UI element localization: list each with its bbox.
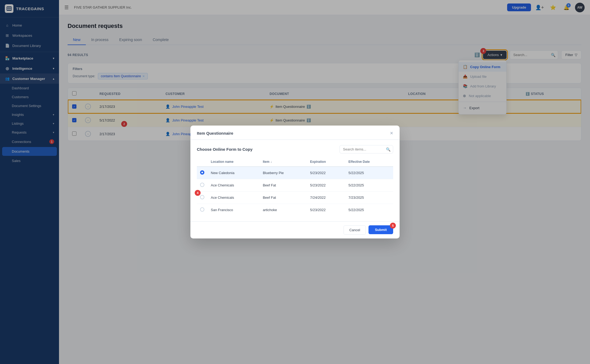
modal-row3-item: Beef Fat <box>260 192 307 204</box>
modal-search: 🔍 <box>340 145 393 153</box>
modal-row4-effective-date: 5/22/2025 <box>345 204 393 216</box>
modal-body: Choose Online Form to Copy 🔍 Location na… <box>190 140 400 221</box>
modal-col-expiration: Expiration <box>307 157 345 167</box>
modal-search-input[interactable] <box>340 145 393 153</box>
modal-close-button[interactable]: × <box>390 130 393 136</box>
modal-overlay: Item Questionnaire × Choose Online Form … <box>0 0 590 364</box>
modal-row4-item: artichoke <box>260 204 307 216</box>
modal-row2-item: Beef Fat <box>260 179 307 192</box>
modal-footer: Cancel Submit 5 <box>190 221 400 238</box>
submit-button[interactable]: Submit <box>368 225 393 234</box>
modal-row3-radio[interactable] <box>200 195 204 199</box>
modal-table-row: Ace Chemicals Beef Fat 5/23/2022 5/22/20… <box>197 179 393 192</box>
modal-table-header: Location name Item ↓ Expiration Effectiv… <box>197 157 393 167</box>
step5-indicator: 5 <box>390 223 396 229</box>
modal-table-row: New Caledonia Blueberry Pie 5/23/2022 5/… <box>197 167 393 179</box>
modal-row3-location: Ace Chemicals <box>208 192 260 204</box>
modal-row1-radio[interactable] <box>200 170 204 175</box>
modal-col-effective-date: Effective Date <box>345 157 393 167</box>
modal-header: Item Questionnaire × <box>190 126 400 140</box>
modal-row3-expiration: 7/24/2022 <box>307 192 345 204</box>
copy-online-form-modal: Item Questionnaire × Choose Online Form … <box>190 126 400 238</box>
modal-row2-effective-date: 5/22/2025 <box>345 179 393 192</box>
cancel-button[interactable]: Cancel <box>344 225 366 235</box>
modal-title: Item Questionnaire <box>197 131 233 135</box>
step5-badge: 5 <box>390 223 396 229</box>
modal-col-location: Location name <box>208 157 260 167</box>
modal-row1-item: Blueberry Pie <box>260 167 307 179</box>
modal-subtitle: Choose Online Form to Copy <box>197 147 253 152</box>
submit-wrapper: Submit 5 <box>368 225 393 235</box>
modal-row4-expiration: 5/23/2022 <box>307 204 345 216</box>
modal-row1-effective-date: 5/22/2025 <box>345 167 393 179</box>
modal-table-row: Ace Chemicals Beef Fat 7/24/2022 7/23/20… <box>197 192 393 204</box>
step4-badge: 4 <box>195 190 201 196</box>
modal-row3-effective-date: 7/23/2025 <box>345 192 393 204</box>
step4-indicator: 4 <box>195 190 201 196</box>
modal-header-content: Item Questionnaire <box>197 131 233 135</box>
modal-col-item: Item ↓ <box>260 157 307 167</box>
modal-search-wrapper: 🔍 <box>340 145 393 153</box>
modal-row1-expiration: 5/23/2022 <box>307 167 345 179</box>
modal-row2-radio[interactable] <box>200 183 204 187</box>
modal-row4-location: San Francisco <box>208 204 260 216</box>
modal-search-icon: 🔍 <box>386 147 390 152</box>
modal-table: Location name Item ↓ Expiration Effectiv… <box>197 157 393 216</box>
modal-row1-location: New Caledonia <box>208 167 260 179</box>
modal-table-row: San Francisco artichoke 5/23/2022 5/22/2… <box>197 204 393 216</box>
modal-row2-expiration: 5/23/2022 <box>307 179 345 192</box>
modal-row4-radio[interactable] <box>200 207 204 212</box>
modal-row2-location: Ace Chemicals <box>208 179 260 192</box>
modal-title-row: Choose Online Form to Copy 🔍 <box>197 145 393 157</box>
modal-table-body: New Caledonia Blueberry Pie 5/23/2022 5/… <box>197 167 393 216</box>
